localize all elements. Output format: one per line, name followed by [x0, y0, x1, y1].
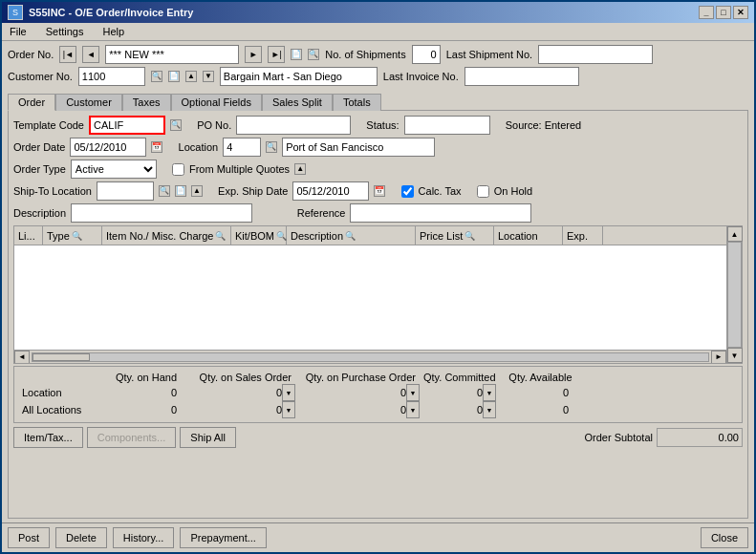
item-tax-button[interactable]: Item/Tax... [13, 427, 83, 448]
tab-customer[interactable]: Customer [55, 94, 122, 111]
customer-name-input[interactable] [220, 67, 378, 86]
tab-taxes[interactable]: Taxes [122, 94, 171, 111]
kit-search-icon[interactable]: 🔍 [276, 231, 287, 241]
order-no-input[interactable] [105, 45, 239, 64]
table-body [14, 245, 726, 350]
col-location: Location [494, 226, 563, 245]
new-record-icon[interactable]: 📄 [291, 49, 302, 60]
type-search-icon[interactable]: 🔍 [72, 231, 82, 241]
qty-on-sales-header: Qty. on Sales Order [181, 371, 295, 384]
delete-button[interactable]: Delete [55, 527, 107, 548]
loc-qty-sales-container: 0 ▼ [181, 384, 295, 401]
template-code-input[interactable] [89, 116, 165, 135]
form-row-5: Description Reference [13, 203, 743, 223]
loc-sales-btn[interactable]: ▼ [282, 384, 295, 401]
title-buttons: _ □ ✕ [699, 6, 748, 19]
scroll-up-button[interactable]: ▲ [727, 226, 743, 242]
all-sales-btn[interactable]: ▼ [282, 401, 295, 418]
loc-committed-btn[interactable]: ▼ [483, 384, 496, 401]
tab-optional-fields[interactable]: Optional Fields [171, 94, 262, 111]
po-no-input[interactable] [236, 116, 351, 135]
exp-calendar-icon[interactable]: 📅 [374, 185, 385, 197]
col-kit: Kit/BOM 🔍 [231, 226, 287, 245]
item-search-icon[interactable]: 🔍 [215, 231, 226, 241]
desc-search-icon[interactable]: 🔍 [345, 231, 356, 241]
last-shipment-input[interactable] [538, 45, 653, 64]
h-scrollbar-track [32, 352, 709, 362]
customer-lookup-icon[interactable]: 🔍 [151, 71, 162, 82]
col-price-list: Price List 🔍 [416, 226, 494, 245]
description-input[interactable] [71, 203, 252, 223]
last-record-button[interactable]: ►| [268, 46, 285, 63]
ship-to-doc-icon[interactable]: 📄 [175, 185, 186, 197]
qty-location-row: Location 0 0 ▼ 0 ▼ 0 ▼ [18, 384, 738, 401]
next-record-button[interactable]: ► [245, 46, 262, 63]
calc-tax-label: Calc. Tax [419, 185, 462, 197]
first-record-button[interactable]: |◄ [59, 46, 76, 63]
lookup-icon[interactable]: 🔍 [308, 49, 319, 60]
close-button[interactable]: ✕ [733, 6, 748, 19]
ship-to-location-label: Ship-To Location [13, 185, 92, 197]
menu-file[interactable]: File [6, 25, 31, 38]
col-line: Li... [14, 226, 43, 245]
components-button[interactable]: Components... [87, 427, 177, 448]
price-search-icon[interactable]: 🔍 [464, 231, 475, 241]
prepayment-button[interactable]: Prepayment... [180, 527, 266, 548]
loc-qty-available: 0 [496, 386, 572, 399]
menu-help[interactable]: Help [98, 25, 128, 38]
maximize-button[interactable]: □ [716, 6, 731, 19]
customer-up-icon[interactable]: ▲ [185, 71, 197, 82]
col-type: Type 🔍 [43, 226, 102, 245]
from-multiple-quotes-checkbox[interactable] [172, 163, 184, 176]
order-table: Li... Type 🔍 Item No./ Misc. Charge 🔍 Ki… [13, 225, 743, 364]
customer-down-icon[interactable]: ▼ [203, 71, 214, 82]
exp-ship-date-input[interactable] [292, 181, 369, 201]
on-hold-checkbox[interactable] [477, 185, 489, 198]
scroll-right-button[interactable]: ► [711, 351, 726, 364]
last-invoice-input[interactable] [464, 67, 579, 86]
qty-on-hand-header: Qty. on Hand [104, 371, 181, 384]
calendar-icon[interactable]: 📅 [151, 141, 162, 153]
calc-tax-checkbox[interactable] [401, 185, 414, 198]
table-header: Li... Type 🔍 Item No./ Misc. Charge 🔍 Ki… [14, 226, 726, 245]
location-input[interactable] [223, 138, 261, 157]
all-qty-sales-container: 0 ▼ [181, 401, 295, 418]
close-button-footer[interactable]: Close [701, 527, 748, 548]
history-button[interactable]: History... [113, 527, 175, 548]
location-name-input [282, 138, 435, 157]
ship-to-location-input[interactable] [97, 181, 154, 201]
menu-bar: File Settings Help [2, 23, 754, 41]
quotes-up-icon[interactable]: ▲ [294, 163, 306, 175]
prev-record-button[interactable]: ◄ [82, 46, 99, 63]
h-scrollbar-thumb[interactable] [32, 353, 90, 361]
order-date-input[interactable] [70, 138, 146, 157]
scroll-down-button[interactable]: ▼ [727, 348, 743, 363]
tab-order[interactable]: Order [8, 94, 55, 111]
scroll-left-button[interactable]: ◄ [14, 351, 30, 364]
tab-sales-split[interactable]: Sales Split [262, 94, 333, 111]
minimize-button[interactable]: _ [699, 6, 714, 19]
tab-totals[interactable]: Totals [333, 94, 381, 111]
main-content: Order No. |◄ ◄ ► ►| 📄 🔍 No. of Shipments… [2, 41, 754, 522]
order-type-select[interactable]: Active Quote Standing Future [71, 160, 157, 179]
shipments-input[interactable] [412, 45, 441, 64]
ship-to-lookup-icon[interactable]: 🔍 [159, 185, 170, 197]
all-purchase-btn[interactable]: ▼ [406, 401, 420, 418]
order-no-label: Order No. [8, 49, 54, 60]
customer-no-input[interactable] [78, 67, 145, 86]
all-qty-available: 0 [496, 403, 572, 416]
status-input[interactable] [404, 116, 490, 135]
reference-input[interactable] [350, 203, 531, 223]
customer-doc-icon[interactable]: 📄 [168, 71, 180, 82]
location-lookup-icon[interactable]: 🔍 [266, 141, 277, 153]
ship-all-button[interactable]: Ship All [180, 427, 236, 448]
all-committed-btn[interactable]: ▼ [483, 401, 496, 418]
template-lookup-icon[interactable]: 🔍 [170, 119, 182, 131]
menu-settings[interactable]: Settings [42, 25, 88, 38]
app-icon: S [8, 5, 23, 20]
loc-purchase-btn[interactable]: ▼ [406, 384, 420, 401]
post-button[interactable]: Post [8, 527, 50, 548]
location-row-label: Location [18, 386, 104, 399]
ship-to-up-icon[interactable]: ▲ [191, 185, 203, 197]
form-row-2: Order Date 📅 Location 🔍 [13, 138, 743, 157]
